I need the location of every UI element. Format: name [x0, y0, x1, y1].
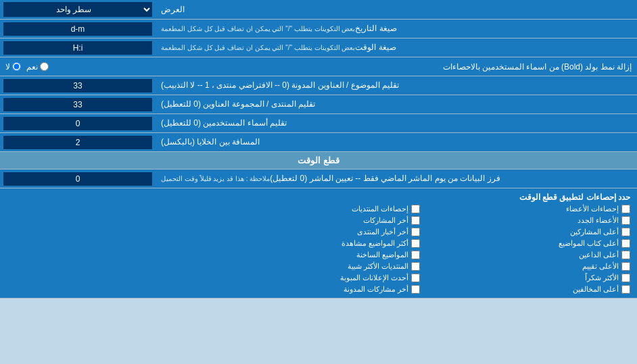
list-item: أعلى كتاب المواضيع [427, 239, 630, 248]
checkbox-popular-forums[interactable] [411, 262, 420, 271]
checkbox-col-2: إحصاءات المنتديات أخر المشاركات أخر أخبا… [217, 205, 421, 294]
main-container: العرض سطر واحد صيغة التاريخ بعض التكوينا… [0, 0, 637, 298]
checkbox-top-posters[interactable] [621, 228, 630, 236]
list-item: أخر المشاركات [217, 216, 421, 225]
checkboxes-grid: إحصاءات الأعضاء الأعضاء الجدد أعلى المشا… [7, 205, 630, 294]
list-item: أعلى المخالفين [427, 285, 630, 294]
checkbox-members-stats[interactable] [621, 205, 630, 213]
users-limit-input[interactable]: 0 [3, 117, 152, 130]
list-item: أعلى الداعين [427, 251, 630, 259]
time-format-input-area: H:i [0, 38, 156, 57]
checkbox-forums-stats[interactable] [411, 205, 420, 213]
checkbox-top-rated[interactable] [621, 262, 630, 271]
time-cut-section-header: قطع الوقت [0, 152, 637, 170]
display-select-area: سطر واحد [0, 0, 156, 19]
time-cut-input[interactable]: 0 [3, 172, 152, 186]
users-limit-row: تقليم أسماء المستخدمين (0 للتعطيل) 0 [0, 114, 637, 133]
checkbox-col-3: إحصاءات الأعضاء الأعضاء الجدد أعلى المشا… [427, 205, 630, 294]
checkbox-top-inviters[interactable] [621, 251, 630, 259]
bold-remove-radio-group: نعم لا [5, 62, 49, 72]
date-format-label: صيغة التاريخ بعض التكوينات يتطلب "/" الت… [156, 20, 637, 38]
checkbox-most-viewed[interactable] [411, 239, 420, 248]
list-item: أكثر المواضيع مشاهدة [217, 239, 421, 248]
forum-limit-label: تقليم المنتدى / المجموعة العناوين (0 للت… [156, 95, 637, 113]
checkbox-new-members[interactable] [621, 216, 630, 225]
list-item: أخر أخبار المنتدى [217, 228, 421, 236]
checkboxes-header: حدد إحصاءات لتطبيق قطع الوقت [7, 192, 630, 202]
checkbox-last-news[interactable] [411, 228, 420, 236]
forum-limit-row: تقليم المنتدى / المجموعة العناوين (0 للت… [0, 95, 637, 114]
list-item: أحدث الإعلانات المبوبة [217, 274, 421, 282]
list-item: الأكثر شكراً [427, 274, 630, 282]
time-cut-label: فرز البيانات من يوم الماشر الماضي فقط --… [156, 170, 637, 188]
checkbox-col-1 [7, 205, 210, 294]
time-cut-input-area: 0 [0, 170, 156, 188]
bold-remove-label: إزالة نمط بولد (Bold) من اسماء المستخدمي… [49, 62, 632, 72]
bold-remove-row: إزالة نمط بولد (Bold) من اسماء المستخدمي… [0, 57, 637, 76]
list-item: المنتديات الأكثر شبية [217, 262, 421, 271]
forum-limit-input-area: 33 [0, 95, 156, 113]
list-item: أعلى المشاركين [427, 228, 630, 236]
bold-no-radio[interactable] [12, 62, 21, 71]
date-format-row: صيغة التاريخ بعض التكوينات يتطلب "/" الت… [0, 20, 637, 38]
list-item: الأعلى تقييم [427, 262, 630, 271]
cell-spacing-input[interactable]: 2 [3, 136, 152, 149]
time-format-row: صيغة الوقت بعض التكوينات يتطلب "/" التي … [0, 38, 637, 57]
display-select[interactable]: سطر واحد [3, 2, 152, 17]
time-format-label: صيغة الوقت بعض التكوينات يتطلب "/" التي … [156, 38, 637, 57]
bold-yes-label[interactable]: نعم [26, 62, 49, 72]
date-format-input-area: d-m [0, 20, 156, 38]
bold-yes-radio[interactable] [40, 62, 49, 71]
cell-spacing-input-area: 2 [0, 133, 156, 151]
list-item: المواضيع الساخنة [217, 251, 421, 259]
checkbox-last-posts[interactable] [411, 216, 420, 225]
checkbox-most-thanked[interactable] [621, 274, 630, 282]
bold-no-label[interactable]: لا [5, 62, 21, 72]
topics-limit-input[interactable]: 33 [3, 79, 152, 93]
display-label: العرض [156, 0, 637, 19]
date-format-input[interactable]: d-m [3, 22, 152, 36]
checkbox-last-blog-posts[interactable] [411, 285, 420, 294]
display-row: العرض سطر واحد [0, 0, 637, 20]
time-cut-row: فرز البيانات من يوم الماشر الماضي فقط --… [0, 170, 637, 188]
list-item: أخر مشاركات المدونة [217, 285, 421, 294]
cell-spacing-row: المسافة بين الخلايا (بالبكسل) 2 [0, 133, 637, 152]
list-item: إحصاءات الأعضاء [427, 205, 630, 213]
cell-spacing-label: المسافة بين الخلايا (بالبكسل) [156, 133, 637, 151]
checkbox-top-topic-writers[interactable] [621, 239, 630, 248]
topics-limit-label: تقليم الموضوع / العناوين المدونة (0 -- ا… [156, 76, 637, 95]
users-limit-label: تقليم أسماء المستخدمين (0 للتعطيل) [156, 114, 637, 132]
users-limit-input-area: 0 [0, 114, 156, 132]
topics-limit-row: تقليم الموضوع / العناوين المدونة (0 -- ا… [0, 76, 637, 95]
list-item: الأعضاء الجدد [427, 216, 630, 225]
checkboxes-section: حدد إحصاءات لتطبيق قطع الوقت إحصاءات الأ… [0, 188, 637, 298]
topics-limit-input-area: 33 [0, 76, 156, 95]
time-format-input[interactable]: H:i [3, 41, 152, 55]
checkbox-latest-classifieds[interactable] [411, 274, 420, 282]
checkbox-hot-topics[interactable] [411, 251, 420, 259]
list-item: إحصاءات المنتديات [217, 205, 421, 213]
checkbox-top-violators[interactable] [621, 285, 630, 294]
forum-limit-input[interactable]: 33 [3, 98, 152, 111]
